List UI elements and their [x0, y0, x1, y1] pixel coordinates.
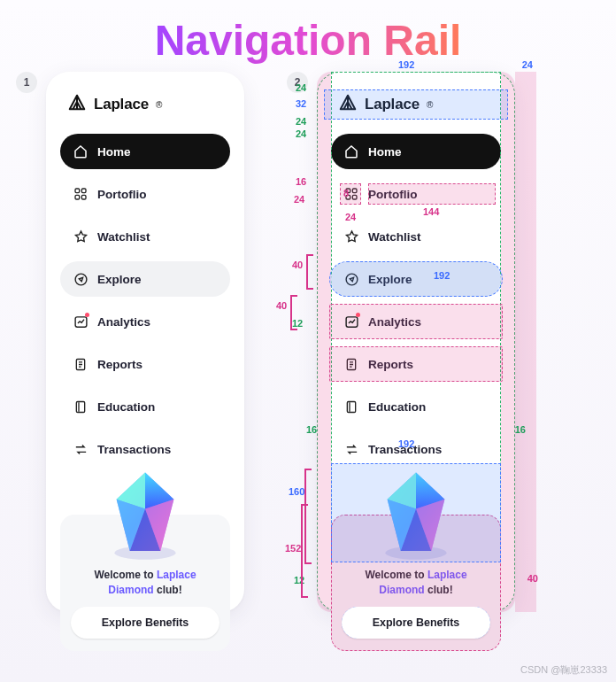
- badge-2: 2: [287, 72, 308, 93]
- spec-label: 24: [294, 194, 304, 205]
- spec-label: 24: [296, 116, 306, 127]
- swap-icon: [343, 441, 359, 457]
- home-icon: [73, 143, 89, 159]
- document-icon: [343, 356, 359, 372]
- svg-rect-16: [347, 401, 355, 412]
- promo-text: Welcome to LaplaceDiamond club!: [342, 562, 490, 607]
- nav-label: Reports: [368, 358, 413, 371]
- spec-label: 16: [296, 176, 306, 187]
- logo-icon: [338, 93, 358, 116]
- compass-icon: [343, 271, 359, 287]
- nav-label: Portoflio: [97, 188, 147, 201]
- brand-row: Laplace ®: [60, 93, 230, 134]
- diamond-illustration: [60, 467, 230, 562]
- svg-rect-7: [76, 401, 84, 412]
- nav-portfolio[interactable]: Portoflio: [60, 176, 230, 212]
- spec-label: 32: [296, 98, 306, 109]
- brand-name: Laplace: [365, 96, 420, 113]
- nav-label: Watchlist: [97, 230, 150, 244]
- panel-2: 2 Laplace ® Home: [287, 72, 515, 642]
- nav-label: Portoflio: [368, 188, 418, 201]
- nav-label: Explore: [368, 273, 412, 286]
- watermark: CSDN @鞠崽23333: [520, 663, 607, 677]
- spec-label: 16: [306, 424, 317, 435]
- chart-icon: [73, 314, 89, 329]
- nav-analytics[interactable]: Analytics: [60, 304, 230, 339]
- panel-1: 1 Laplace ® Home Portoflio: [16, 72, 244, 612]
- star-icon: [343, 229, 359, 244]
- svg-rect-2: [75, 195, 80, 199]
- spec-label: 40: [527, 573, 538, 584]
- document-icon: [73, 356, 89, 372]
- svg-rect-12: [352, 195, 357, 199]
- nav-label: Analytics: [368, 315, 421, 329]
- nav-transactions[interactable]: Transactions: [331, 431, 501, 467]
- chart-icon: [343, 314, 359, 329]
- grid-icon: [343, 186, 359, 202]
- page-title: Navigation Rail: [0, 0, 616, 72]
- nav-label: Watchlist: [368, 230, 421, 244]
- nav-reports[interactable]: Reports: [60, 346, 230, 382]
- promo-cta-button[interactable]: Explore Benefits: [342, 607, 490, 639]
- svg-rect-1: [81, 189, 86, 193]
- nav-reports[interactable]: Reports: [331, 346, 501, 382]
- nav-education[interactable]: Education: [60, 389, 230, 424]
- nav-transactions[interactable]: Transactions: [60, 431, 230, 467]
- book-icon: [73, 399, 89, 415]
- svg-rect-10: [352, 189, 357, 193]
- svg-rect-11: [346, 195, 350, 199]
- spec-label: 16: [515, 424, 526, 435]
- svg-rect-0: [75, 189, 80, 193]
- nav-education[interactable]: Education: [331, 389, 501, 424]
- brand-mark: ®: [427, 100, 433, 110]
- logo-icon: [67, 93, 87, 116]
- svg-point-4: [75, 274, 87, 285]
- badge-1: 1: [16, 72, 37, 93]
- nav-label: Transactions: [97, 443, 171, 456]
- nav-explore[interactable]: Explore: [60, 261, 230, 297]
- nav-home[interactable]: Home: [60, 134, 230, 169]
- spec-label: 152: [285, 543, 301, 554]
- spec-label: 40: [292, 260, 303, 270]
- brand-mark: ®: [156, 100, 162, 110]
- nav-list: Home Portoflio Watchlist Explore Analyti…: [331, 134, 501, 467]
- nav-label: Education: [368, 400, 426, 414]
- nav-label: Analytics: [97, 315, 150, 329]
- nav-rail-annotated: Laplace ® Home Portoflio Watchlist Explo…: [317, 72, 515, 612]
- spec-label: 24: [296, 128, 306, 139]
- spec-label: 12: [294, 575, 304, 585]
- svg-point-13: [346, 274, 358, 285]
- swap-icon: [73, 441, 89, 457]
- spec-label: 160: [289, 486, 304, 497]
- diamond-illustration: [331, 467, 501, 562]
- home-icon: [343, 143, 359, 159]
- svg-rect-9: [346, 189, 350, 193]
- promo-text: Welcome to Laplace Diamond club!: [71, 562, 219, 607]
- nav-rail: Laplace ® Home Portoflio Watchlist: [46, 72, 244, 612]
- spec-label: 40: [276, 300, 287, 311]
- nav-watchlist[interactable]: Watchlist: [60, 219, 230, 254]
- nav-label: Home: [368, 145, 402, 159]
- star-icon: [73, 229, 89, 244]
- grid-icon: [73, 186, 89, 202]
- brand-name: Laplace: [94, 96, 149, 113]
- nav-label: Home: [97, 145, 131, 159]
- nav-label: Transactions: [368, 443, 442, 456]
- nav-watchlist[interactable]: Watchlist: [331, 219, 501, 254]
- promo-cta-button[interactable]: Explore Benefits: [71, 607, 219, 639]
- nav-label: Explore: [97, 273, 142, 286]
- nav-home[interactable]: Home: [331, 134, 501, 169]
- nav-analytics[interactable]: Analytics: [331, 304, 501, 339]
- book-icon: [343, 399, 359, 415]
- svg-rect-3: [81, 195, 86, 199]
- nav-list: Home Portoflio Watchlist Explore Analyti…: [60, 134, 230, 467]
- nav-label: Education: [97, 400, 155, 414]
- spec-label: 12: [292, 318, 303, 329]
- compass-icon: [73, 271, 89, 287]
- brand-row: Laplace ®: [331, 93, 501, 134]
- nav-portfolio[interactable]: Portoflio: [331, 176, 501, 212]
- nav-explore[interactable]: Explore: [331, 261, 501, 297]
- nav-label: Reports: [97, 358, 142, 371]
